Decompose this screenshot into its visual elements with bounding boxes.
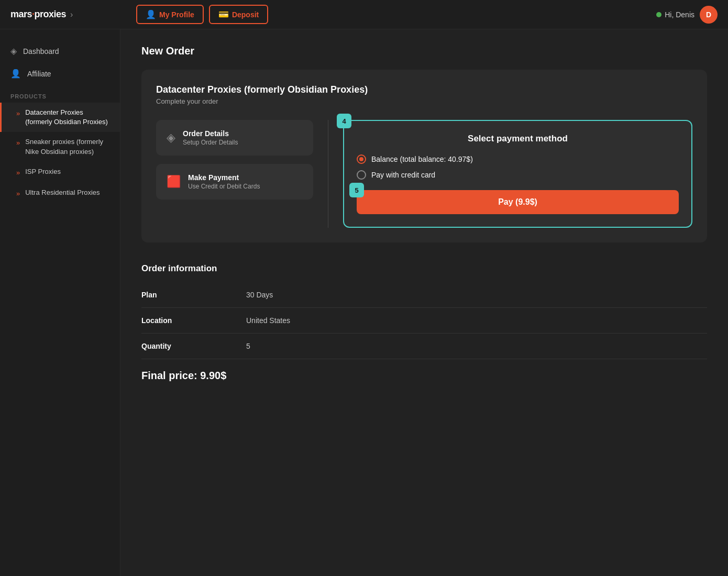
profile-btn-label: My Profile xyxy=(159,10,194,19)
products-label-text: PRODUCTS xyxy=(10,93,47,99)
order-info-title: Order information xyxy=(141,263,707,274)
page-title: New Order xyxy=(141,45,707,57)
payment-options: Balance (total balance: 40.97$) Pay with… xyxy=(357,154,679,180)
sidebar-isp-label: ISP Proxies xyxy=(25,167,109,176)
dashboard-icon: ◈ xyxy=(10,46,17,56)
chevrons-icon-sneaker: » xyxy=(16,138,20,148)
sidebar-affiliate-label: Affiliate xyxy=(27,70,51,78)
quantity-key: Quantity xyxy=(141,334,246,359)
balance-radio[interactable] xyxy=(357,154,366,164)
balance-option-label: Balance (total balance: 40.97$) xyxy=(371,155,473,163)
pay-btn-wrapper: 5 Pay (9.9$) xyxy=(357,190,679,214)
step4-badge: 4 xyxy=(337,114,351,128)
sidebar-dashboard-label: Dashboard xyxy=(23,47,59,56)
step-make-payment-title: Make Payment xyxy=(188,173,260,182)
chevrons-icon-residential: » xyxy=(16,189,20,198)
avatar-initial: D xyxy=(706,10,711,19)
sidebar-item-sneaker[interactable]: » Sneaker proxies (formerly Nike Obsidia… xyxy=(0,132,120,161)
credit-card-option[interactable]: Pay with credit card xyxy=(357,170,679,180)
chevrons-icon-datacenter: » xyxy=(16,109,20,118)
payment-box: 4 Select payment method Balance (total b… xyxy=(343,120,692,228)
top-header: mars·proxies › 👤 My Profile 💳 Deposit Hi… xyxy=(0,0,728,29)
order-details-icon: ◈ xyxy=(167,131,175,145)
user-area: Hi, Denis D xyxy=(656,6,718,24)
status-dot-icon xyxy=(656,12,661,17)
sidebar: ◈ Dashboard 👤 Affiliate PRODUCTS » Datac… xyxy=(0,29,120,576)
order-info-table: Plan 30 Days Location United States Quan… xyxy=(141,282,707,359)
plan-value: 30 Days xyxy=(246,282,707,308)
order-card: Datacenter Proxies (formerly Obsidian Pr… xyxy=(141,70,707,242)
location-key: Location xyxy=(141,308,246,334)
table-row: Location United States xyxy=(141,308,707,334)
order-info-section: Order information Plan 30 Days Location … xyxy=(141,263,707,382)
products-section-label: PRODUCTS xyxy=(0,85,120,103)
order-card-subtitle: Complete your order xyxy=(156,97,692,105)
chevrons-icon-isp: » xyxy=(16,168,20,178)
user-status: Hi, Denis xyxy=(656,10,694,19)
steps-divider xyxy=(328,120,328,228)
payment-card-icon: 🟥 xyxy=(167,175,181,189)
sidebar-item-residential[interactable]: » Ultra Residential Proxies xyxy=(0,183,120,204)
logo-dot: · xyxy=(32,9,35,19)
step-order-details-desc: Setup Order Details xyxy=(183,139,238,146)
avatar[interactable]: D xyxy=(700,6,718,24)
my-profile-button[interactable]: 👤 My Profile xyxy=(136,5,204,24)
logo: mars·proxies › xyxy=(10,9,73,20)
steps-left: ◈ Order Details Setup Order Details 🟥 Ma… xyxy=(156,120,313,200)
plan-key: Plan xyxy=(141,282,246,308)
location-value: United States xyxy=(246,308,707,334)
balance-radio-dot xyxy=(359,157,363,161)
sidebar-residential-label: Ultra Residential Proxies xyxy=(25,188,109,197)
credit-card-radio[interactable] xyxy=(357,170,366,180)
step-order-details-title: Order Details xyxy=(183,129,238,138)
step5-badge: 5 xyxy=(349,183,364,197)
logo-chevron-icon: › xyxy=(70,10,73,19)
sidebar-sneaker-label: Sneaker proxies (formerly Nike Obsidian … xyxy=(25,137,109,156)
user-greeting: Hi, Denis xyxy=(665,10,694,19)
sidebar-item-affiliate[interactable]: 👤 Affiliate xyxy=(0,62,120,85)
deposit-btn-label: Deposit xyxy=(232,10,259,19)
order-card-title: Datacenter Proxies (formerly Obsidian Pr… xyxy=(156,84,692,95)
deposit-icon: 💳 xyxy=(218,9,229,19)
balance-option[interactable]: Balance (total balance: 40.97$) xyxy=(357,154,679,164)
main-layout: ◈ Dashboard 👤 Affiliate PRODUCTS » Datac… xyxy=(0,29,728,576)
quantity-value: 5 xyxy=(246,334,707,359)
step-order-details-info: Order Details Setup Order Details xyxy=(183,129,238,146)
sidebar-item-isp[interactable]: » ISP Proxies xyxy=(0,162,120,183)
step-make-payment-desc: Use Credit or Debit Cards xyxy=(188,183,260,190)
final-price: Final price: 9.90$ xyxy=(141,370,707,382)
step-make-payment[interactable]: 🟥 Make Payment Use Credit or Debit Cards xyxy=(156,164,313,200)
content-area: New Order Datacenter Proxies (formerly O… xyxy=(120,29,728,576)
payment-box-title: Select payment method xyxy=(357,134,679,144)
step-order-details[interactable]: ◈ Order Details Setup Order Details xyxy=(156,120,313,156)
steps-layout: ◈ Order Details Setup Order Details 🟥 Ma… xyxy=(156,120,692,228)
deposit-button[interactable]: 💳 Deposit xyxy=(209,5,268,24)
affiliate-icon: 👤 xyxy=(10,69,21,79)
header-buttons: 👤 My Profile 💳 Deposit xyxy=(136,5,268,24)
logo-text: mars·proxies xyxy=(10,9,66,20)
table-row: Plan 30 Days xyxy=(141,282,707,308)
sidebar-datacenter-label: Datacenter Proxies (formerly Obsidian Pr… xyxy=(25,108,109,127)
profile-icon: 👤 xyxy=(146,9,156,19)
pay-button[interactable]: Pay (9.9$) xyxy=(357,190,679,214)
credit-card-option-label: Pay with credit card xyxy=(371,171,435,179)
step-make-payment-info: Make Payment Use Credit or Debit Cards xyxy=(188,173,260,190)
sidebar-item-datacenter[interactable]: » Datacenter Proxies (formerly Obsidian … xyxy=(0,103,120,132)
sidebar-item-dashboard[interactable]: ◈ Dashboard xyxy=(0,40,120,62)
table-row: Quantity 5 xyxy=(141,334,707,359)
